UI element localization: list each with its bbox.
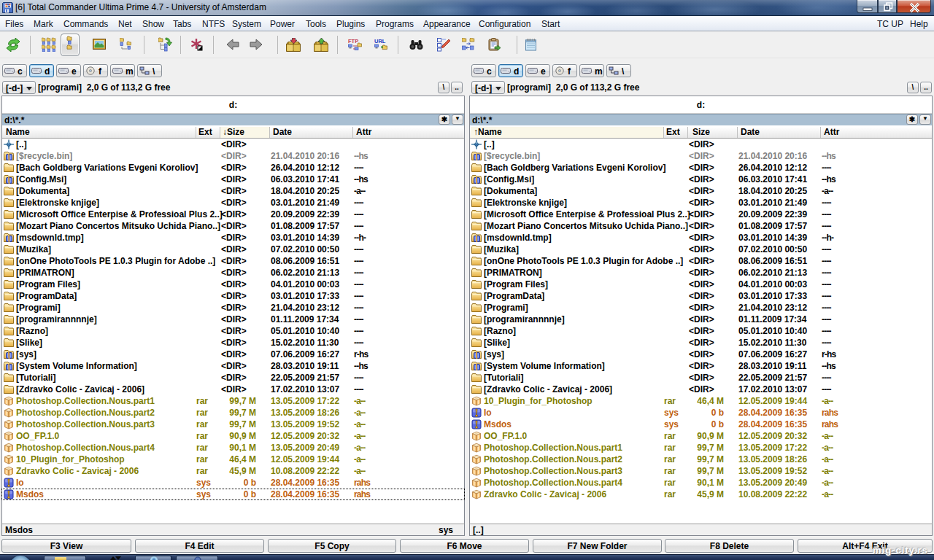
svg-text:FTP: FTP bbox=[348, 38, 358, 44]
svg-text:URL: URL bbox=[374, 38, 386, 44]
